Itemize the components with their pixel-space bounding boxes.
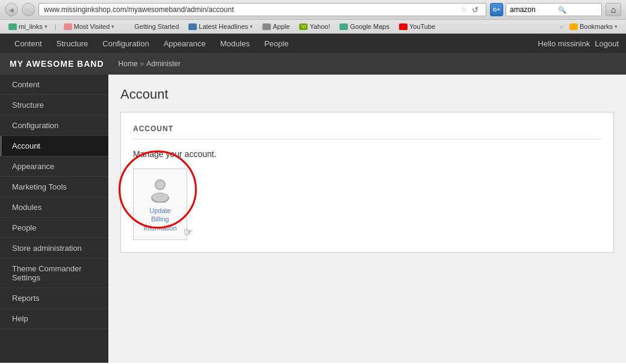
address-text: www.missinginkshop.com/myawesomeband/adm… (44, 5, 458, 14)
bookmark-bookmarks[interactable]: Bookmarks ▾ (566, 22, 621, 31)
bm-bookmarks-label: Bookmarks (580, 23, 613, 30)
red-arrow-annotation: ➤ (108, 179, 109, 198)
bm-google-maps-label: Google Maps (350, 23, 389, 30)
search-engine-icon[interactable]: G+ (490, 3, 503, 16)
bookmarks-bar: mi_links ▾ | Most Visited ▾ Getting Star… (0, 19, 626, 33)
overflow-arrows[interactable]: » (560, 23, 563, 30)
account-header: ACCOUNT (133, 125, 601, 140)
nav-content[interactable]: Content (7, 34, 49, 53)
breadcrumb: Home » Administer (119, 60, 181, 68)
bm-youtube-label: YouTube (409, 23, 435, 30)
nav-modules[interactable]: Modules (213, 34, 257, 53)
sidebar-item-people[interactable]: People (0, 218, 108, 238)
yahoo-icon: Y! (299, 23, 308, 30)
page-title: Account (120, 87, 614, 102)
breadcrumb-home[interactable]: Home (119, 60, 138, 68)
sidebar-item-structure[interactable]: Structure (0, 95, 108, 116)
mi-links-icon (8, 23, 17, 30)
sidebar-item-reports[interactable]: Reports (0, 288, 108, 309)
drupal-top-nav: Content Structure Configuration Appearan… (0, 34, 626, 53)
bookmark-most-visited[interactable]: Most Visited ▾ (60, 22, 119, 31)
main-layout: Content Structure Configuration Account … (0, 75, 626, 363)
account-box: ACCOUNT Manage your account. ➤ Update Bi… (120, 112, 614, 253)
latest-headlines-chevron: ▾ (250, 23, 253, 29)
bookmark-mi-links[interactable]: mi_links ▾ (5, 22, 51, 31)
sidebar-item-store-administration[interactable]: Store administration (0, 238, 108, 259)
youtube-icon (399, 23, 408, 30)
site-title: MY AWESOME BAND (10, 59, 104, 69)
most-visited-chevron: ▾ (111, 23, 114, 29)
svg-point-2 (156, 180, 164, 189)
apple-icon (262, 23, 271, 30)
update-billing-button[interactable]: Update Billing Information (133, 168, 187, 240)
sidebar-item-modules[interactable]: Modules (0, 197, 108, 218)
google-maps-icon (339, 23, 348, 30)
refresh-icon[interactable]: ↺ (472, 5, 479, 14)
bm-mi-links-label: mi_links (19, 23, 43, 30)
bookmark-yahoo[interactable]: Y! Yahoo! (296, 22, 333, 31)
browser-toolbar: ◀ ▶ www.missinginkshop.com/myawesomeband… (0, 0, 626, 19)
bookmarks-star-icon (569, 23, 578, 30)
bm-latest-headlines-label: Latest Headlines (199, 23, 248, 30)
bm-yahoo-label: Yahoo! (309, 23, 330, 30)
bm-most-visited-label: Most Visited (74, 23, 110, 30)
bookmark-getting-started[interactable]: Getting Started (120, 22, 182, 31)
bm-getting-started-label: Getting Started (134, 23, 179, 30)
bookmark-google-maps[interactable]: Google Maps (336, 22, 392, 31)
sidebar-item-configuration[interactable]: Configuration (0, 116, 108, 136)
sidebar: Content Structure Configuration Account … (0, 75, 108, 363)
svg-point-3 (152, 193, 168, 202)
site-header: MY AWESOME BAND Home » Administer (0, 53, 626, 75)
search-input[interactable] (510, 5, 558, 14)
sidebar-item-marketing-tools[interactable]: Marketing Tools (0, 177, 108, 197)
manage-text: Manage your account. (133, 149, 601, 159)
getting-started-icon (124, 23, 132, 30)
sidebar-item-theme-commander-settings[interactable]: Theme Commander Settings (0, 259, 108, 288)
bookmark-apple[interactable]: Apple (259, 22, 293, 31)
search-magnifier-icon: 🔍 (558, 6, 566, 14)
home-icon: ⌂ (611, 5, 616, 14)
content-area: Account ACCOUNT Manage your account. ➤ (108, 75, 626, 363)
nav-structure[interactable]: Structure (49, 34, 96, 53)
sidebar-item-appearance[interactable]: Appearance (0, 156, 108, 177)
browser-chrome: ◀ ▶ www.missinginkshop.com/myawesomeband… (0, 0, 626, 34)
sidebar-item-help[interactable]: Help (0, 309, 108, 329)
latest-headlines-icon (188, 23, 197, 30)
drupal-nav-items: Content Structure Configuration Appearan… (7, 34, 296, 53)
forward-button[interactable]: ▶ (22, 3, 35, 16)
bookmarks-chevron: ▾ (615, 23, 618, 29)
bookmark-latest-headlines[interactable]: Latest Headlines ▾ (185, 22, 256, 31)
breadcrumb-administer: Administer (146, 60, 181, 68)
home-button[interactable]: ⌂ (606, 3, 621, 16)
mi-links-chevron: ▾ (45, 23, 48, 29)
nav-configuration[interactable]: Configuration (95, 34, 156, 53)
bm-apple-label: Apple (273, 23, 290, 30)
logout-link[interactable]: Logout (595, 39, 619, 48)
sidebar-item-content[interactable]: Content (0, 75, 108, 95)
address-bar[interactable]: www.missinginkshop.com/myawesomeband/adm… (39, 3, 486, 16)
nav-people[interactable]: People (257, 34, 296, 53)
bookmark-youtube[interactable]: YouTube (395, 22, 439, 31)
drupal-nav-right: Hello missinink Logout (538, 39, 619, 48)
search-box[interactable]: 🔍 (506, 3, 602, 16)
billing-person-icon (147, 176, 173, 203)
user-greeting: Hello missinink (538, 39, 590, 48)
billing-label: Update Billing Information (141, 206, 179, 232)
nav-appearance[interactable]: Appearance (156, 34, 213, 53)
most-visited-icon (64, 23, 72, 30)
back-button[interactable]: ◀ (5, 3, 18, 16)
sidebar-item-account[interactable]: Account (0, 136, 108, 156)
star-icon[interactable]: ☆ (460, 5, 467, 14)
billing-container: ➤ Update Billing Information ☞ (133, 168, 187, 240)
breadcrumb-separator: » (140, 60, 144, 68)
separator-1: | (55, 23, 57, 30)
